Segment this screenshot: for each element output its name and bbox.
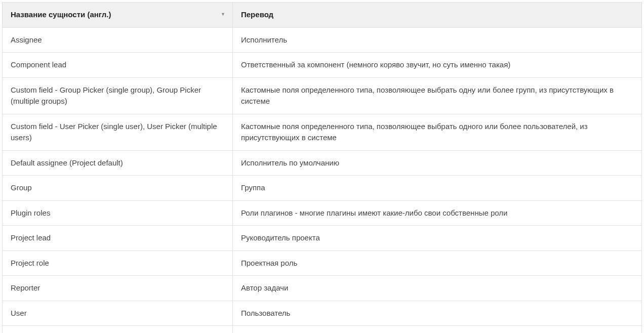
table-row: Custom field - Group Picker (single grou… <box>3 77 642 114</box>
cell-translation: Проектная роль <box>233 251 642 276</box>
cell-translation: Руководитель проекта <box>233 226 642 251</box>
cell-translation: Пользователь <box>233 301 642 326</box>
table-row: Reporter Автор задачи <box>3 276 642 301</box>
cell-translation: Автор задачи <box>233 276 642 301</box>
cell-english: Component lead <box>3 53 233 78</box>
cell-english: Reporter <box>3 276 233 301</box>
cell-english: Plugin roles <box>3 200 233 226</box>
cell-english: Custom field - Group Picker (single grou… <box>3 77 233 114</box>
cell-translation: Наблюдатель <box>233 326 642 334</box>
table-header-row: Название сущности (англ.) ▼ Перевод <box>3 3 642 28</box>
cell-translation: Роли плагинов - многие плагины имеют как… <box>233 200 642 226</box>
header-label: Название сущности (англ.) <box>11 10 111 19</box>
sort-down-icon[interactable]: ▼ <box>221 12 225 19</box>
cell-english: Watcher <box>3 326 233 334</box>
table-row: Project role Проектная роль <box>3 251 642 276</box>
table-row: Default assignee (Project default) Испол… <box>3 150 642 176</box>
table-row: Assignee Исполнитель <box>3 27 642 53</box>
cell-translation: Кастомные поля определенного типа, позво… <box>233 114 642 150</box>
cell-translation: Исполнитель по умолчанию <box>233 150 642 176</box>
cell-translation: Кастомные поля определенного типа, позво… <box>233 77 642 114</box>
table-row: Group Группа <box>3 176 642 201</box>
column-header-english[interactable]: Название сущности (англ.) ▼ <box>3 3 233 28</box>
table-row: Component lead Ответственный за компонен… <box>3 53 642 78</box>
table-row: Custom field - User Picker (single user)… <box>3 114 642 150</box>
cell-english: Group <box>3 176 233 201</box>
table-row: User Пользователь <box>3 301 642 326</box>
cell-english: Project lead <box>3 226 233 251</box>
header-label: Перевод <box>241 10 273 19</box>
entity-translation-table: Название сущности (англ.) ▼ Перевод Assi… <box>2 2 642 333</box>
table-row: Watcher Наблюдатель <box>3 326 642 334</box>
column-header-translation[interactable]: Перевод <box>233 3 642 28</box>
cell-translation: Исполнитель <box>233 27 642 53</box>
cell-english: Assignee <box>3 27 233 53</box>
cell-english: Custom field - User Picker (single user)… <box>3 114 233 150</box>
cell-translation: Ответственный за компонент (немного коря… <box>233 53 642 78</box>
cell-english: User <box>3 301 233 326</box>
table-row: Plugin roles Роли плагинов - многие плаг… <box>3 200 642 226</box>
cell-english: Default assignee (Project default) <box>3 150 233 176</box>
cell-translation: Группа <box>233 176 642 201</box>
cell-english: Project role <box>3 251 233 276</box>
table-body: Assignee Исполнитель Component lead Отве… <box>3 27 642 333</box>
table-row: Project lead Руководитель проекта <box>3 226 642 251</box>
